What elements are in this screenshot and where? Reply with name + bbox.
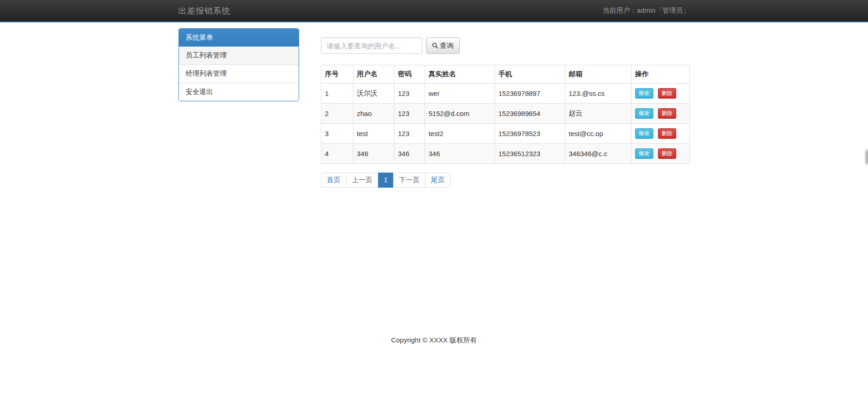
edit-button[interactable]: 修改 — [635, 148, 653, 159]
cell-username: 346 — [353, 144, 394, 164]
table-row: 4 346 346 346 15236512323 346346@c.c 修改 … — [321, 144, 689, 164]
edit-button[interactable]: 修改 — [635, 128, 653, 139]
cell-phone: 15236978523 — [494, 124, 565, 144]
cell-no: 2 — [321, 104, 353, 124]
header-no: 序号 — [321, 65, 353, 84]
content-area: 查询 序号 用户名 密码 真实姓名 手机 邮箱 操作 1 沃尔沃 123 wer… — [306, 28, 697, 188]
current-user-label: 当前用户：admin「管理员」 — [603, 6, 690, 15]
search-input[interactable] — [321, 37, 422, 54]
edit-button[interactable]: 修改 — [635, 108, 653, 119]
header-phone: 手机 — [494, 65, 565, 84]
cell-phone: 15236989654 — [494, 104, 565, 124]
cell-password: 346 — [394, 144, 425, 164]
cell-actions: 修改 删除 — [631, 104, 689, 124]
sidebar-menu-item[interactable]: 经理列表管理 — [179, 64, 299, 83]
cell-username: zhao — [353, 104, 394, 124]
cell-no: 1 — [321, 84, 353, 104]
cell-email: 346346@c.c — [565, 144, 631, 164]
sidebar-title: 系统菜单 — [179, 29, 299, 47]
cell-realname: 5152@d.com — [425, 104, 494, 124]
pagination-item[interactable]: 上一页 — [346, 173, 379, 188]
cell-phone: 15236978897 — [494, 84, 565, 104]
search-bar: 查询 — [321, 37, 690, 54]
main-container: 系统菜单 员工列表管理 经理列表管理 安全退出 查询 序号 用户名 — [172, 28, 697, 188]
table-row: 2 zhao 123 5152@d.com 15236989654 赵云 修改 … — [321, 104, 689, 124]
cell-password: 123 — [394, 104, 425, 124]
cell-realname: wer — [425, 84, 494, 104]
cell-password: 123 — [394, 84, 425, 104]
pagination-item[interactable]: 1 — [378, 173, 394, 188]
scrollbar-thumb[interactable] — [866, 150, 868, 164]
sidebar-menu: 员工列表管理 经理列表管理 安全退出 — [179, 47, 299, 101]
delete-button[interactable]: 删除 — [658, 128, 676, 139]
cell-email: test@cc.op — [565, 124, 631, 144]
cell-actions: 修改 删除 — [631, 144, 689, 164]
header-password: 密码 — [394, 65, 425, 84]
cell-email: 赵云 — [565, 104, 631, 124]
sidebar-menu-item[interactable]: 员工列表管理 — [179, 47, 299, 64]
cell-phone: 15236512323 — [494, 144, 565, 164]
pagination-item[interactable]: 尾页 — [425, 173, 451, 188]
sidebar-menu-item[interactable]: 安全退出 — [179, 83, 299, 101]
top-navbar: 出差报销系统 当前用户：admin「管理员」 — [0, 0, 868, 22]
header-email: 邮箱 — [565, 65, 631, 84]
footer-copyright: Copyright © XXXX 版权所有 — [0, 336, 868, 363]
table-header-row: 序号 用户名 密码 真实姓名 手机 邮箱 操作 — [321, 65, 689, 84]
search-button[interactable]: 查询 — [426, 37, 460, 54]
pagination-item[interactable]: 首页 — [321, 173, 347, 188]
sidebar: 系统菜单 员工列表管理 经理列表管理 安全退出 — [172, 28, 306, 188]
header-realname: 真实姓名 — [425, 65, 494, 84]
edit-button[interactable]: 修改 — [635, 88, 653, 99]
cell-realname: 346 — [425, 144, 494, 164]
header-actions: 操作 — [631, 65, 689, 84]
header-username: 用户名 — [353, 65, 394, 84]
delete-button[interactable]: 删除 — [658, 148, 676, 159]
search-icon — [432, 42, 438, 49]
cell-username: test — [353, 124, 394, 144]
app-title[interactable]: 出差报销系统 — [179, 5, 231, 16]
cell-email: 123.@ss.cs — [565, 84, 631, 104]
delete-button[interactable]: 删除 — [658, 88, 676, 99]
cell-password: 123 — [394, 124, 425, 144]
search-button-label: 查询 — [440, 42, 454, 50]
cell-no: 3 — [321, 124, 353, 144]
system-menu-panel: 系统菜单 员工列表管理 经理列表管理 安全退出 — [179, 28, 299, 101]
pagination: 首页 上一页 1 下一页 尾页 — [321, 173, 451, 188]
cell-actions: 修改 删除 — [631, 84, 689, 104]
cell-username: 沃尔沃 — [353, 84, 394, 104]
user-table: 序号 用户名 密码 真实姓名 手机 邮箱 操作 1 沃尔沃 123 wer 15… — [321, 65, 690, 164]
table-row: 3 test 123 test2 15236978523 test@cc.op … — [321, 124, 689, 144]
cell-realname: test2 — [425, 124, 494, 144]
table-row: 1 沃尔沃 123 wer 15236978897 123.@ss.cs 修改 … — [321, 84, 689, 104]
cell-actions: 修改 删除 — [631, 124, 689, 144]
delete-button[interactable]: 删除 — [658, 108, 676, 119]
pagination-item[interactable]: 下一页 — [393, 173, 426, 188]
cell-no: 4 — [321, 144, 353, 164]
